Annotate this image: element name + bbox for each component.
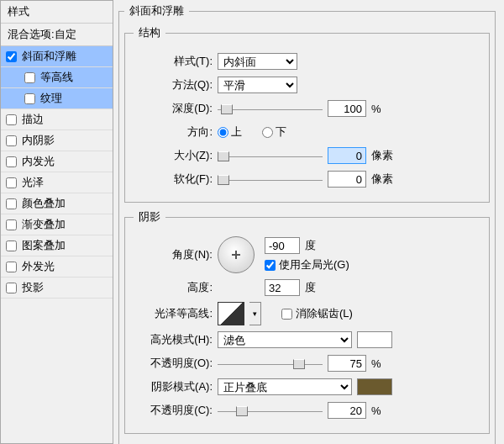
altitude-label: 高度: <box>134 280 218 295</box>
sidebar-item-8[interactable]: 渐变叠加 <box>1 214 113 235</box>
sidebar-item-checkbox[interactable] <box>6 283 17 293</box>
sidebar-item-checkbox[interactable] <box>6 240 17 251</box>
sidebar-item-checkbox[interactable] <box>6 219 17 230</box>
sidebar-item-2[interactable]: 纹理 <box>1 88 113 109</box>
shadow-opacity-unit: % <box>371 404 396 417</box>
sidebar-item-label: 投影 <box>22 280 44 295</box>
shading-legend: 阴影 <box>134 209 165 225</box>
styles-sidebar: 样式 混合选项:自定 斜面和浮雕等高线纹理描边内阴影内发光光泽颜色叠加渐变叠加图… <box>0 0 113 444</box>
gloss-contour-picker[interactable] <box>218 302 244 325</box>
shadow-color-swatch[interactable] <box>357 378 392 395</box>
size-label: 大小(Z): <box>134 148 218 163</box>
highlight-opacity-slider[interactable] <box>218 357 323 370</box>
structure-group: 结构 样式(T): 内斜面 方法(Q): 平滑 <box>124 25 490 203</box>
sidebar-item-checkbox[interactable] <box>6 156 17 167</box>
sidebar-item-label: 颜色叠加 <box>22 196 66 211</box>
sidebar-item-label: 描边 <box>22 112 44 127</box>
highlight-opacity-input[interactable] <box>328 355 366 372</box>
sidebar-item-label: 纹理 <box>40 91 62 106</box>
altitude-unit: 度 <box>305 280 316 295</box>
soften-input[interactable] <box>328 171 366 188</box>
sidebar-item-checkbox[interactable] <box>24 93 35 104</box>
depth-label: 深度(D): <box>134 101 218 116</box>
method-select[interactable]: 平滑 <box>218 77 297 93</box>
shadow-mode-label: 阴影模式(A): <box>134 379 218 394</box>
sidebar-item-1[interactable]: 等高线 <box>1 67 113 88</box>
shading-group: 阴影 角度(N): 度 使用全局光(G) <box>124 209 490 434</box>
direction-up-radio[interactable]: 上 <box>218 124 242 140</box>
structure-legend: 结构 <box>134 25 165 40</box>
soften-unit: 像素 <box>371 172 396 187</box>
sidebar-item-label: 等高线 <box>40 70 73 85</box>
sidebar-item-label: 内发光 <box>22 154 55 169</box>
depth-unit: % <box>371 103 396 115</box>
sidebar-item-checkbox[interactable] <box>6 262 17 272</box>
size-slider[interactable] <box>218 149 323 162</box>
global-light-checkbox[interactable]: 使用全局光(G) <box>265 257 349 272</box>
sidebar-item-label: 光泽 <box>22 175 44 190</box>
sidebar-item-10[interactable]: 外发光 <box>1 256 113 278</box>
sidebar-item-checkbox[interactable] <box>6 198 17 209</box>
style-list: 斜面和浮雕等高线纹理描边内阴影内发光光泽颜色叠加渐变叠加图案叠加外发光投影 <box>1 46 113 299</box>
altitude-input[interactable] <box>265 279 300 296</box>
highlight-mode-select[interactable]: 滤色 <box>218 331 352 348</box>
sidebar-item-9[interactable]: 图案叠加 <box>1 235 113 256</box>
sidebar-item-3[interactable]: 描边 <box>1 109 113 130</box>
style-label: 样式(T): <box>134 54 218 69</box>
size-unit: 像素 <box>371 148 396 163</box>
shadow-opacity-label: 不透明度(C): <box>134 403 218 418</box>
highlight-opacity-unit: % <box>371 357 396 370</box>
sidebar-item-checkbox[interactable] <box>6 135 17 146</box>
depth-slider[interactable] <box>218 102 323 115</box>
sidebar-item-7[interactable]: 颜色叠加 <box>1 193 113 214</box>
bevel-emboss-legend: 斜面和浮雕 <box>124 3 189 18</box>
sidebar-item-checkbox[interactable] <box>6 114 17 125</box>
direction-label: 方向: <box>134 124 218 140</box>
shadow-opacity-slider[interactable] <box>218 404 323 417</box>
sidebar-header: 样式 <box>1 1 113 24</box>
style-select[interactable]: 内斜面 <box>218 53 297 70</box>
sidebar-item-label: 渐变叠加 <box>22 217 66 232</box>
shadow-mode-select[interactable]: 正片叠底 <box>218 378 352 395</box>
sidebar-item-checkbox[interactable] <box>6 177 17 188</box>
angle-label: 角度(N): <box>134 247 218 262</box>
highlight-mode-label: 高光模式(H): <box>134 332 218 347</box>
sidebar-item-label: 图案叠加 <box>22 238 66 253</box>
anti-alias-checkbox[interactable]: 消除锯齿(L) <box>281 306 353 321</box>
sidebar-item-checkbox[interactable] <box>24 72 35 83</box>
gloss-contour-label: 光泽等高线: <box>134 306 218 321</box>
sidebar-item-checkbox[interactable] <box>6 51 17 62</box>
sidebar-item-label: 斜面和浮雕 <box>22 49 76 64</box>
sidebar-item-11[interactable]: 投影 <box>1 278 113 299</box>
sidebar-item-6[interactable]: 光泽 <box>1 172 113 193</box>
layer-style-dialog: 样式 混合选项:自定 斜面和浮雕等高线纹理描边内阴影内发光光泽颜色叠加渐变叠加图… <box>0 0 504 444</box>
soften-label: 软化(F): <box>134 172 218 187</box>
main-panel: 斜面和浮雕 结构 样式(T): 内斜面 方法(Q): 平滑 <box>113 0 504 444</box>
soften-slider[interactable] <box>218 172 323 186</box>
bevel-emboss-group: 斜面和浮雕 结构 样式(T): 内斜面 方法(Q): 平滑 <box>118 3 496 444</box>
angle-input[interactable] <box>265 237 300 254</box>
sidebar-item-label: 内阴影 <box>22 133 55 148</box>
depth-input[interactable] <box>328 100 366 117</box>
shadow-opacity-input[interactable] <box>328 402 366 419</box>
angle-unit: 度 <box>305 238 316 253</box>
sidebar-item-0[interactable]: 斜面和浮雕 <box>1 46 113 67</box>
sidebar-item-4[interactable]: 内阴影 <box>1 130 113 151</box>
sidebar-item-5[interactable]: 内发光 <box>1 151 113 172</box>
blend-options-item[interactable]: 混合选项:自定 <box>1 24 113 46</box>
highlight-color-swatch[interactable] <box>357 331 392 348</box>
gloss-contour-dropdown[interactable] <box>249 302 261 325</box>
angle-dial[interactable] <box>218 236 255 273</box>
sidebar-item-label: 外发光 <box>22 259 55 274</box>
size-input[interactable] <box>328 147 366 164</box>
highlight-opacity-label: 不透明度(O): <box>134 356 218 371</box>
method-label: 方法(Q): <box>134 77 218 92</box>
direction-down-radio[interactable]: 下 <box>262 124 286 140</box>
